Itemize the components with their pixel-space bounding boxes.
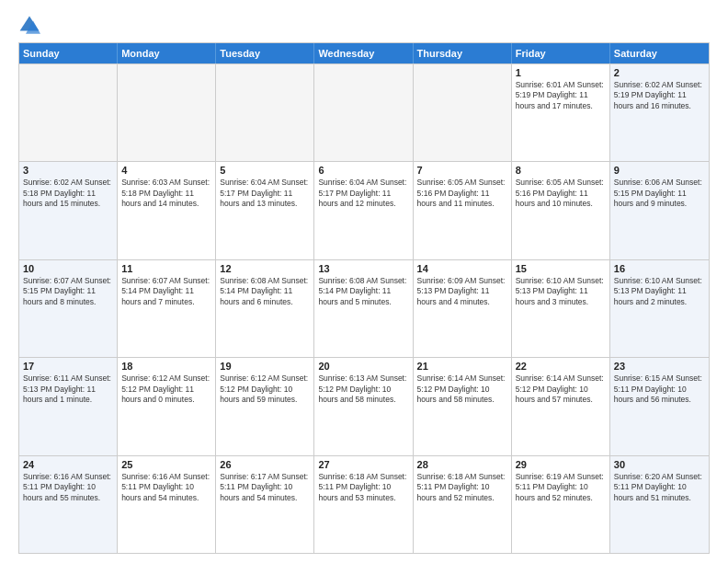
day-number: 16 — [614, 263, 705, 274]
cal-cell-day-3: 3Sunrise: 6:02 AM Sunset: 5:18 PM Daylig… — [19, 162, 118, 259]
page: SundayMondayTuesdayWednesdayThursdayFrid… — [0, 0, 728, 563]
day-info: Sunrise: 6:12 AM Sunset: 5:12 PM Dayligh… — [220, 373, 310, 405]
cal-cell-day-21: 21Sunrise: 6:14 AM Sunset: 5:12 PM Dayli… — [414, 358, 512, 454]
calendar-header-row: SundayMondayTuesdayWednesdayThursdayFrid… — [19, 43, 709, 63]
cal-header-wednesday: Wednesday — [314, 43, 413, 63]
day-info: Sunrise: 6:04 AM Sunset: 5:17 PM Dayligh… — [318, 178, 408, 209]
header — [18, 15, 710, 37]
cal-cell-day-18: 18Sunrise: 6:12 AM Sunset: 5:12 PM Dayli… — [118, 358, 216, 454]
cal-cell-day-29: 29Sunrise: 6:19 AM Sunset: 5:11 PM Dayli… — [512, 456, 610, 553]
cal-cell-day-20: 20Sunrise: 6:13 AM Sunset: 5:12 PM Dayli… — [314, 358, 413, 454]
day-info: Sunrise: 6:08 AM Sunset: 5:14 PM Dayligh… — [220, 276, 310, 307]
day-info: Sunrise: 6:07 AM Sunset: 5:15 PM Dayligh… — [23, 276, 113, 307]
day-number: 25 — [121, 459, 211, 470]
day-info: Sunrise: 6:10 AM Sunset: 5:13 PM Dayligh… — [614, 276, 705, 307]
logo — [18, 15, 42, 37]
day-info: Sunrise: 6:02 AM Sunset: 5:19 PM Dayligh… — [614, 80, 705, 111]
day-number: 14 — [417, 263, 507, 274]
day-info: Sunrise: 6:09 AM Sunset: 5:13 PM Dayligh… — [417, 276, 507, 307]
cal-cell-day-14: 14Sunrise: 6:09 AM Sunset: 5:13 PM Dayli… — [414, 260, 512, 357]
cal-week-2: 3Sunrise: 6:02 AM Sunset: 5:18 PM Daylig… — [19, 161, 709, 259]
cal-cell-empty — [314, 64, 413, 161]
day-number: 21 — [417, 361, 507, 372]
day-number: 22 — [516, 361, 606, 372]
day-number: 29 — [516, 459, 606, 470]
cal-cell-day-5: 5Sunrise: 6:04 AM Sunset: 5:17 PM Daylig… — [216, 162, 314, 259]
day-number: 6 — [318, 165, 408, 176]
day-info: Sunrise: 6:13 AM Sunset: 5:12 PM Dayligh… — [318, 373, 408, 405]
day-info: Sunrise: 6:04 AM Sunset: 5:17 PM Dayligh… — [220, 178, 310, 209]
logo-area — [18, 15, 42, 37]
day-number: 30 — [614, 459, 705, 470]
day-info: Sunrise: 6:18 AM Sunset: 5:11 PM Dayligh… — [417, 472, 507, 503]
cal-cell-empty — [414, 64, 512, 161]
cal-cell-day-1: 1Sunrise: 6:01 AM Sunset: 5:19 PM Daylig… — [512, 64, 610, 161]
cal-cell-day-10: 10Sunrise: 6:07 AM Sunset: 5:15 PM Dayli… — [19, 260, 118, 357]
day-info: Sunrise: 6:19 AM Sunset: 5:11 PM Dayligh… — [516, 472, 606, 503]
cal-cell-day-30: 30Sunrise: 6:20 AM Sunset: 5:11 PM Dayli… — [610, 456, 709, 553]
logo-icon — [18, 15, 40, 37]
day-info: Sunrise: 6:16 AM Sunset: 5:11 PM Dayligh… — [121, 472, 211, 503]
day-number: 18 — [121, 361, 211, 372]
day-number: 4 — [121, 165, 211, 176]
day-info: Sunrise: 6:08 AM Sunset: 5:14 PM Dayligh… — [318, 276, 408, 307]
cal-cell-day-28: 28Sunrise: 6:18 AM Sunset: 5:11 PM Dayli… — [414, 456, 512, 553]
day-info: Sunrise: 6:20 AM Sunset: 5:11 PM Dayligh… — [614, 472, 705, 503]
cal-header-saturday: Saturday — [610, 43, 709, 63]
cal-cell-day-15: 15Sunrise: 6:10 AM Sunset: 5:13 PM Dayli… — [512, 260, 610, 357]
day-number: 9 — [614, 165, 705, 176]
cal-week-3: 10Sunrise: 6:07 AM Sunset: 5:15 PM Dayli… — [19, 259, 709, 357]
cal-cell-day-13: 13Sunrise: 6:08 AM Sunset: 5:14 PM Dayli… — [314, 260, 413, 357]
day-info: Sunrise: 6:14 AM Sunset: 5:12 PM Dayligh… — [516, 373, 606, 405]
day-info: Sunrise: 6:17 AM Sunset: 5:11 PM Dayligh… — [220, 472, 310, 503]
cal-cell-empty — [216, 64, 314, 161]
cal-header-thursday: Thursday — [414, 43, 512, 63]
cal-cell-day-2: 2Sunrise: 6:02 AM Sunset: 5:19 PM Daylig… — [610, 64, 709, 161]
cal-cell-day-25: 25Sunrise: 6:16 AM Sunset: 5:11 PM Dayli… — [118, 456, 216, 553]
cal-cell-empty — [19, 64, 118, 161]
day-info: Sunrise: 6:12 AM Sunset: 5:12 PM Dayligh… — [121, 373, 211, 405]
cal-cell-day-9: 9Sunrise: 6:06 AM Sunset: 5:15 PM Daylig… — [610, 162, 709, 259]
day-info: Sunrise: 6:07 AM Sunset: 5:14 PM Dayligh… — [121, 276, 211, 307]
day-number: 13 — [318, 263, 408, 274]
day-number: 26 — [220, 459, 310, 470]
day-number: 17 — [23, 361, 113, 372]
day-info: Sunrise: 6:01 AM Sunset: 5:19 PM Dayligh… — [516, 80, 606, 111]
day-info: Sunrise: 6:02 AM Sunset: 5:18 PM Dayligh… — [23, 178, 113, 209]
cal-cell-day-27: 27Sunrise: 6:18 AM Sunset: 5:11 PM Dayli… — [314, 456, 413, 553]
cal-week-4: 17Sunrise: 6:11 AM Sunset: 5:13 PM Dayli… — [19, 357, 709, 454]
day-number: 23 — [614, 361, 705, 372]
day-info: Sunrise: 6:10 AM Sunset: 5:13 PM Dayligh… — [516, 276, 606, 307]
day-number: 3 — [23, 165, 113, 176]
day-number: 2 — [614, 67, 705, 78]
day-info: Sunrise: 6:16 AM Sunset: 5:11 PM Dayligh… — [23, 472, 113, 503]
calendar: SundayMondayTuesdayWednesdayThursdayFrid… — [18, 42, 710, 554]
day-number: 15 — [516, 263, 606, 274]
cal-cell-day-17: 17Sunrise: 6:11 AM Sunset: 5:13 PM Dayli… — [19, 358, 118, 454]
cal-header-sunday: Sunday — [19, 43, 118, 63]
cal-cell-empty — [118, 64, 216, 161]
day-info: Sunrise: 6:11 AM Sunset: 5:13 PM Dayligh… — [23, 373, 113, 405]
cal-header-friday: Friday — [512, 43, 610, 63]
day-number: 7 — [417, 165, 507, 176]
day-info: Sunrise: 6:06 AM Sunset: 5:15 PM Dayligh… — [614, 178, 705, 209]
cal-cell-day-12: 12Sunrise: 6:08 AM Sunset: 5:14 PM Dayli… — [216, 260, 314, 357]
cal-week-1: 1Sunrise: 6:01 AM Sunset: 5:19 PM Daylig… — [19, 63, 709, 161]
cal-cell-day-16: 16Sunrise: 6:10 AM Sunset: 5:13 PM Dayli… — [610, 260, 709, 357]
day-number: 1 — [516, 67, 606, 78]
day-number: 8 — [516, 165, 606, 176]
day-info: Sunrise: 6:05 AM Sunset: 5:16 PM Dayligh… — [516, 178, 606, 209]
day-number: 10 — [23, 263, 113, 274]
cal-cell-day-7: 7Sunrise: 6:05 AM Sunset: 5:16 PM Daylig… — [414, 162, 512, 259]
cal-cell-day-4: 4Sunrise: 6:03 AM Sunset: 5:18 PM Daylig… — [118, 162, 216, 259]
cal-header-tuesday: Tuesday — [216, 43, 314, 63]
cal-cell-day-26: 26Sunrise: 6:17 AM Sunset: 5:11 PM Dayli… — [216, 456, 314, 553]
cal-week-5: 24Sunrise: 6:16 AM Sunset: 5:11 PM Dayli… — [19, 455, 709, 553]
day-number: 11 — [121, 263, 211, 274]
cal-cell-day-23: 23Sunrise: 6:15 AM Sunset: 5:11 PM Dayli… — [610, 358, 709, 454]
day-number: 28 — [417, 459, 507, 470]
cal-header-monday: Monday — [118, 43, 216, 63]
cal-cell-day-6: 6Sunrise: 6:04 AM Sunset: 5:17 PM Daylig… — [314, 162, 413, 259]
day-number: 24 — [23, 459, 113, 470]
day-info: Sunrise: 6:14 AM Sunset: 5:12 PM Dayligh… — [417, 373, 507, 405]
